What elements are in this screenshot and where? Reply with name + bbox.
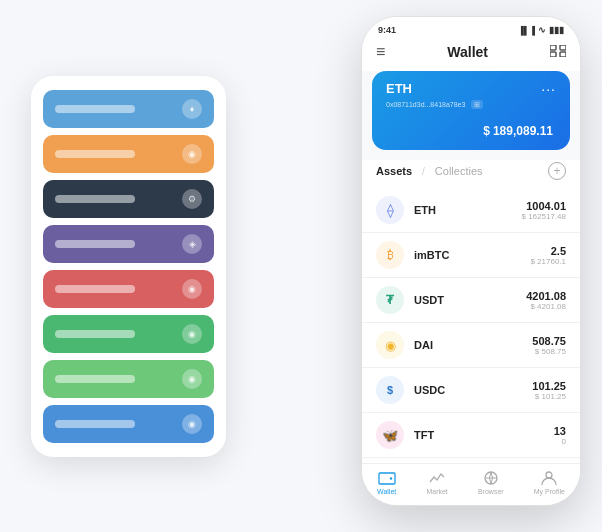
bottom-nav: Wallet Market Browser xyxy=(362,463,580,505)
card-icon: ◉ xyxy=(182,279,202,299)
card-label xyxy=(55,150,135,158)
card-icon: ◈ xyxy=(182,234,202,254)
asset-amounts-imbtc: 2.5 $ 21760.1 xyxy=(530,245,566,266)
asset-item-imbtc[interactable]: ₿ imBTC 2.5 $ 21760.1 xyxy=(362,233,580,278)
imbtc-amount: 2.5 xyxy=(530,245,566,257)
status-bar: 9:41 ▐▌▐ ∿ ▮▮▮ xyxy=(362,17,580,39)
svg-point-4 xyxy=(389,477,391,479)
menu-icon[interactable]: ≡ xyxy=(376,43,385,61)
asset-name-usdt: USDT xyxy=(414,294,526,306)
asset-amounts-tft: 13 0 xyxy=(554,425,566,446)
asset-list: ⟠ ETH 1004.01 $ 162517.48 ₿ imBTC 2.5 $ … xyxy=(362,188,580,463)
wifi-icon: ∿ xyxy=(538,25,546,35)
card-label xyxy=(55,240,135,248)
usdc-icon: $ xyxy=(376,376,404,404)
usdt-usd: $ 4201.08 xyxy=(526,302,566,311)
eth-card-options[interactable]: ··· xyxy=(541,81,556,97)
nav-market[interactable]: Market xyxy=(426,470,447,495)
usdt-amount: 4201.08 xyxy=(526,290,566,302)
card-label xyxy=(55,105,135,113)
eth-amount: 1004.01 xyxy=(522,200,567,212)
card-label xyxy=(55,330,135,338)
asset-name-imbtc: imBTC xyxy=(414,249,530,261)
card-label xyxy=(55,375,135,383)
asset-name-tft: TFT xyxy=(414,429,554,441)
card-label xyxy=(55,420,135,428)
svg-rect-0 xyxy=(550,45,556,50)
assets-tab[interactable]: Assets xyxy=(376,165,412,177)
scene: ♦◉⚙◈◉◉◉◉ 9:41 ▐▌▐ ∿ ▮▮▮ ≡ Wallet xyxy=(21,16,581,516)
battery-icon: ▮▮▮ xyxy=(549,25,564,35)
nav-market-label: Market xyxy=(426,488,447,495)
assets-header: Assets / Collecties + xyxy=(362,160,580,188)
card-item-red-card[interactable]: ◉ xyxy=(43,270,214,308)
asset-amounts-usdt: 4201.08 $ 4201.08 xyxy=(526,290,566,311)
page-title: Wallet xyxy=(447,44,488,60)
card-icon: ◉ xyxy=(182,144,202,164)
card-icon: ◉ xyxy=(182,324,202,344)
asset-item-tft[interactable]: 🦋 TFT 13 0 xyxy=(362,413,580,458)
tft-usd: 0 xyxy=(554,437,566,446)
asset-name-eth: ETH xyxy=(414,204,522,216)
imbtc-usd: $ 21760.1 xyxy=(530,257,566,266)
card-label xyxy=(55,195,135,203)
asset-amounts-usdc: 101.25 $ 101.25 xyxy=(532,380,566,401)
card-item-lightgreen-card[interactable]: ◉ xyxy=(43,360,214,398)
svg-rect-2 xyxy=(550,52,556,57)
usdc-amount: 101.25 xyxy=(532,380,566,392)
eth-icon: ⟠ xyxy=(376,196,404,224)
tab-divider: / xyxy=(422,166,425,177)
card-label xyxy=(55,285,135,293)
tft-icon: 🦋 xyxy=(376,421,404,449)
asset-item-eth[interactable]: ⟠ ETH 1004.01 $ 162517.48 xyxy=(362,188,580,233)
asset-amounts-dai: 508.75 $ 508.75 xyxy=(532,335,566,356)
phone-header: ≡ Wallet xyxy=(362,39,580,71)
card-icon: ◉ xyxy=(182,414,202,434)
asset-item-dai[interactable]: ◉ DAI 508.75 $ 508.75 xyxy=(362,323,580,368)
usdc-usd: $ 101.25 xyxy=(532,392,566,401)
card-item-orange-card[interactable]: ◉ xyxy=(43,135,214,173)
card-item-dark-card[interactable]: ⚙ xyxy=(43,180,214,218)
tft-amount: 13 xyxy=(554,425,566,437)
eth-card-balance: $189,089.11 xyxy=(386,117,556,140)
eth-usd: $ 162517.48 xyxy=(522,212,567,221)
svg-rect-3 xyxy=(560,52,566,57)
svg-point-7 xyxy=(546,472,552,478)
eth-card[interactable]: ETH ··· 0x08711d3d...8418a78e3 ⊞ $189,08… xyxy=(372,71,570,150)
nav-browser-label: Browser xyxy=(478,488,504,495)
eth-card-address: 0x08711d3d...8418a78e3 ⊞ xyxy=(386,101,556,109)
dai-usd: $ 508.75 xyxy=(532,347,566,356)
phone-mockup: 9:41 ▐▌▐ ∿ ▮▮▮ ≡ Wallet xyxy=(361,16,581,506)
asset-item-usdc[interactable]: $ USDC 101.25 $ 101.25 xyxy=(362,368,580,413)
card-item-purple-card[interactable]: ◈ xyxy=(43,225,214,263)
nav-browser[interactable]: Browser xyxy=(478,470,504,495)
asset-amounts-eth: 1004.01 $ 162517.48 xyxy=(522,200,567,221)
status-icons: ▐▌▐ ∿ ▮▮▮ xyxy=(518,25,564,35)
card-item-green-card[interactable]: ◉ xyxy=(43,315,214,353)
card-icon: ◉ xyxy=(182,369,202,389)
nav-wallet-label: Wallet xyxy=(377,488,396,495)
add-asset-button[interactable]: + xyxy=(548,162,566,180)
card-icon: ⚙ xyxy=(182,189,202,209)
nav-profile[interactable]: My Profile xyxy=(534,470,565,495)
imbtc-icon: ₿ xyxy=(376,241,404,269)
dai-icon: ◉ xyxy=(376,331,404,359)
expand-icon[interactable] xyxy=(550,45,566,60)
eth-card-title: ETH xyxy=(386,81,412,96)
card-item-blue-card[interactable]: ♦ xyxy=(43,90,214,128)
collecties-tab[interactable]: Collecties xyxy=(435,165,483,177)
card-stack: ♦◉⚙◈◉◉◉◉ xyxy=(31,76,226,457)
status-time: 9:41 xyxy=(378,25,396,35)
card-item-blue2-card[interactable]: ◉ xyxy=(43,405,214,443)
usdt-icon: ₮ xyxy=(376,286,404,314)
asset-name-usdc: USDC xyxy=(414,384,532,396)
signal-icon: ▐▌▐ xyxy=(518,26,535,35)
asset-item-usdt[interactable]: ₮ USDT 4201.08 $ 4201.08 xyxy=(362,278,580,323)
nav-wallet[interactable]: Wallet xyxy=(377,470,396,495)
card-icon: ♦ xyxy=(182,99,202,119)
asset-name-dai: DAI xyxy=(414,339,532,351)
svg-rect-1 xyxy=(560,45,566,50)
dai-amount: 508.75 xyxy=(532,335,566,347)
nav-profile-label: My Profile xyxy=(534,488,565,495)
